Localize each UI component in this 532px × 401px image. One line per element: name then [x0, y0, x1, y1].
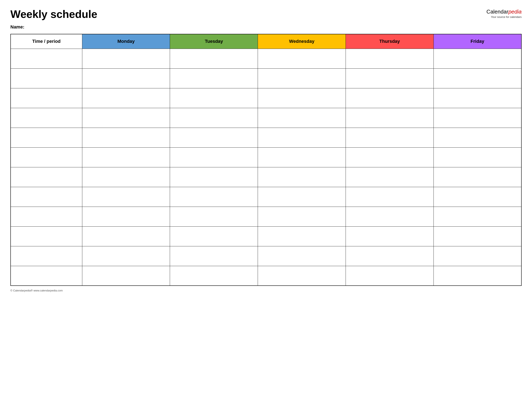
cell-row6-col4[interactable] — [346, 167, 433, 187]
table-row — [11, 49, 521, 68]
cell-row8-col5[interactable] — [433, 207, 521, 226]
cell-row2-col4[interactable] — [346, 88, 433, 108]
col-header-tuesday: Tuesday — [170, 34, 258, 49]
cell-row5-col3[interactable] — [258, 147, 346, 167]
cell-row0-col3[interactable] — [258, 49, 346, 68]
cell-row1-col5[interactable] — [433, 68, 521, 88]
cell-row7-col0[interactable] — [11, 187, 82, 207]
cell-row0-col1[interactable] — [82, 49, 170, 68]
cell-row10-col1[interactable] — [82, 246, 170, 266]
cell-row10-col3[interactable] — [258, 246, 346, 266]
cell-row10-col4[interactable] — [346, 246, 433, 266]
cell-row6-col0[interactable] — [11, 167, 82, 187]
cell-row8-col4[interactable] — [346, 207, 433, 226]
col-header-wednesday: Wednesday — [258, 34, 346, 49]
cell-row7-col3[interactable] — [258, 187, 346, 207]
cell-row11-col4[interactable] — [346, 266, 433, 286]
cell-row11-col5[interactable] — [433, 266, 521, 286]
cell-row8-col2[interactable] — [170, 207, 258, 226]
cell-row4-col2[interactable] — [170, 128, 258, 147]
cell-row10-col2[interactable] — [170, 246, 258, 266]
cell-row11-col0[interactable] — [11, 266, 82, 286]
table-row — [11, 246, 521, 266]
cell-row3-col3[interactable] — [258, 108, 346, 128]
cell-row1-col0[interactable] — [11, 68, 82, 88]
cell-row4-col3[interactable] — [258, 128, 346, 147]
table-row — [11, 207, 521, 226]
table-row — [11, 226, 521, 246]
name-label: Name: — [10, 24, 522, 30]
cell-row0-col4[interactable] — [346, 49, 433, 68]
table-row — [11, 167, 521, 187]
col-header-thursday: Thursday — [346, 34, 433, 49]
table-row — [11, 266, 521, 286]
page-title: Weekly schedule — [10, 8, 97, 20]
page-header: Weekly schedule Calendarpedia Your sourc… — [10, 8, 522, 20]
cell-row8-col0[interactable] — [11, 207, 82, 226]
cell-row3-col2[interactable] — [170, 108, 258, 128]
brand-logo: Calendarpedia Your source for calendars — [487, 8, 522, 19]
cell-row1-col2[interactable] — [170, 68, 258, 88]
cell-row11-col2[interactable] — [170, 266, 258, 286]
cell-row11-col1[interactable] — [82, 266, 170, 286]
table-header-row: Time / period Monday Tuesday Wednesday T… — [11, 34, 521, 49]
cell-row6-col5[interactable] — [433, 167, 521, 187]
cell-row2-col0[interactable] — [11, 88, 82, 108]
brand-name-plain: Calendar — [487, 8, 508, 15]
cell-row9-col0[interactable] — [11, 226, 82, 246]
cell-row11-col3[interactable] — [258, 266, 346, 286]
cell-row4-col5[interactable] — [433, 128, 521, 147]
cell-row3-col4[interactable] — [346, 108, 433, 128]
cell-row6-col3[interactable] — [258, 167, 346, 187]
cell-row7-col2[interactable] — [170, 187, 258, 207]
cell-row3-col1[interactable] — [82, 108, 170, 128]
table-row — [11, 128, 521, 147]
cell-row5-col2[interactable] — [170, 147, 258, 167]
cell-row7-col5[interactable] — [433, 187, 521, 207]
table-row — [11, 147, 521, 167]
table-row — [11, 108, 521, 128]
cell-row10-col0[interactable] — [11, 246, 82, 266]
cell-row5-col0[interactable] — [11, 147, 82, 167]
cell-row7-col1[interactable] — [82, 187, 170, 207]
cell-row4-col1[interactable] — [82, 128, 170, 147]
cell-row0-col5[interactable] — [433, 49, 521, 68]
cell-row9-col2[interactable] — [170, 226, 258, 246]
cell-row3-col5[interactable] — [433, 108, 521, 128]
schedule-table: Time / period Monday Tuesday Wednesday T… — [10, 34, 522, 286]
cell-row8-col1[interactable] — [82, 207, 170, 226]
cell-row2-col3[interactable] — [258, 88, 346, 108]
cell-row6-col2[interactable] — [170, 167, 258, 187]
cell-row1-col4[interactable] — [346, 68, 433, 88]
cell-row2-col5[interactable] — [433, 88, 521, 108]
cell-row9-col3[interactable] — [258, 226, 346, 246]
cell-row1-col1[interactable] — [82, 68, 170, 88]
brand-tagline: Your source for calendars — [487, 15, 522, 19]
cell-row2-col2[interactable] — [170, 88, 258, 108]
col-header-monday: Monday — [82, 34, 170, 49]
cell-row9-col1[interactable] — [82, 226, 170, 246]
cell-row2-col1[interactable] — [82, 88, 170, 108]
cell-row8-col3[interactable] — [258, 207, 346, 226]
cell-row4-col4[interactable] — [346, 128, 433, 147]
cell-row0-col2[interactable] — [170, 49, 258, 68]
col-header-friday: Friday — [433, 34, 521, 49]
table-row — [11, 68, 521, 88]
cell-row4-col0[interactable] — [11, 128, 82, 147]
cell-row7-col4[interactable] — [346, 187, 433, 207]
cell-row6-col1[interactable] — [82, 167, 170, 187]
cell-row5-col4[interactable] — [346, 147, 433, 167]
cell-row9-col5[interactable] — [433, 226, 521, 246]
cell-row5-col5[interactable] — [433, 147, 521, 167]
brand-name: Calendarpedia — [487, 8, 522, 15]
col-header-time: Time / period — [11, 34, 82, 49]
cell-row5-col1[interactable] — [82, 147, 170, 167]
table-row — [11, 88, 521, 108]
brand-name-styled: pedia — [508, 8, 522, 15]
cell-row0-col0[interactable] — [11, 49, 82, 68]
cell-row10-col5[interactable] — [433, 246, 521, 266]
table-row — [11, 187, 521, 207]
cell-row9-col4[interactable] — [346, 226, 433, 246]
cell-row1-col3[interactable] — [258, 68, 346, 88]
cell-row3-col0[interactable] — [11, 108, 82, 128]
